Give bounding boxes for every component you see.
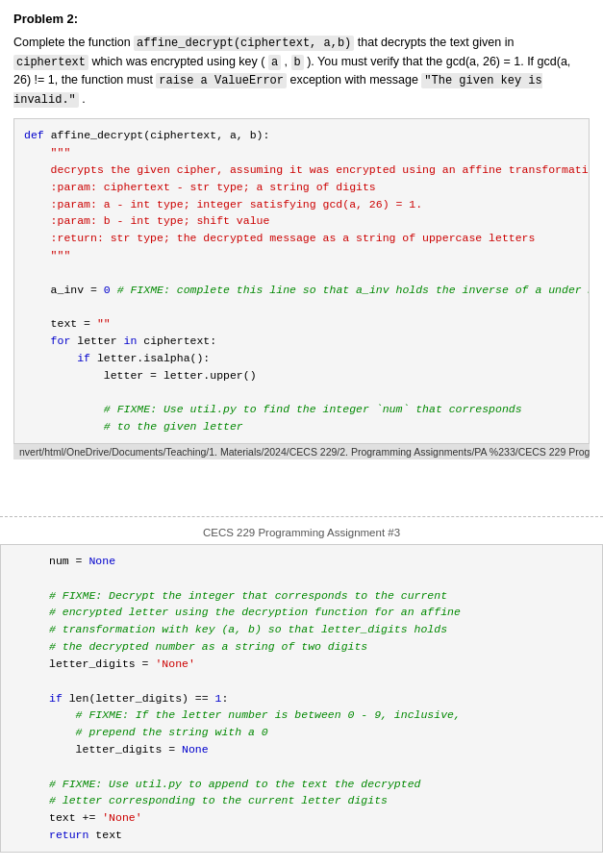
code-inline-a: a xyxy=(268,55,281,70)
footer-path: nvert/html/OneDrive/Documents/Teaching/1… xyxy=(19,446,590,458)
page-two: CECS 229 Programming Assignment #3 num =… xyxy=(0,517,603,853)
code-inline-raise: raise a ValueError xyxy=(156,73,287,88)
page2-header: CECS 229 Programming Assignment #3 xyxy=(0,527,603,538)
code-block-2: num = None # FIXME: Decrypt the integer … xyxy=(0,544,603,853)
code-inline-b: b xyxy=(291,55,304,70)
code-inline-2: ciphertext xyxy=(13,55,88,70)
problem-title: Problem 2: xyxy=(13,12,590,26)
page-content: Problem 2: Complete the function affine_… xyxy=(0,0,603,459)
description: Complete the function affine_decrypt(cip… xyxy=(13,34,590,109)
code-block-1: def affine_decrypt(ciphertext, a, b): ""… xyxy=(13,118,590,444)
divider-section xyxy=(0,459,603,517)
code-inline-1: affine_decrypt(ciphertext, a,b) xyxy=(134,36,354,51)
code-content-1: def affine_decrypt(ciphertext, a, b): ""… xyxy=(14,119,589,443)
footer-bar: nvert/html/OneDrive/Documents/Teaching/1… xyxy=(13,444,590,459)
